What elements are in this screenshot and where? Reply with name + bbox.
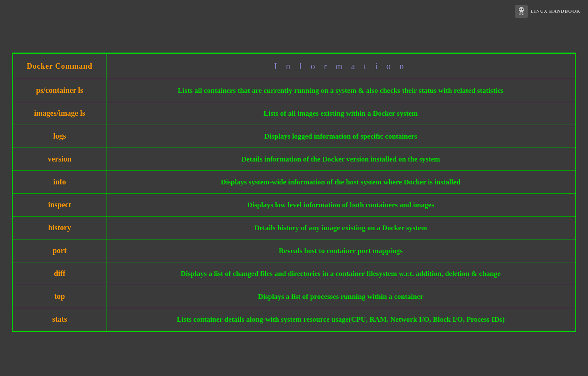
command-cell: images/image ls — [13, 102, 106, 125]
docker-commands-table: Docker Command I n f o r m a t i o n ps/… — [12, 53, 576, 332]
logo-text: LINUX HANDBOOK — [530, 8, 580, 14]
info-cell: Displays a list of processes running wit… — [106, 285, 575, 308]
command-cell: top — [13, 285, 106, 308]
logo: LINUX HANDBOOK — [515, 5, 580, 18]
info-cell: Displays system-wide information of the … — [106, 171, 575, 194]
command-cell: diff — [13, 262, 106, 285]
table-row: inspectDisplays low level information of… — [13, 194, 575, 217]
info-cell: Details information of the Docker versio… — [106, 148, 575, 171]
table-row: historyDetails history of any image exis… — [13, 217, 575, 240]
info-cell: Lists all containers that are currently … — [106, 79, 575, 102]
command-cell: port — [13, 240, 106, 262]
info-column-header: I n f o r m a t i o n — [106, 54, 575, 79]
info-cell: Details history of any image existing on… — [106, 217, 575, 240]
table-row: infoDisplays system-wide information of … — [13, 171, 575, 194]
linux-handbook-icon — [515, 5, 528, 18]
table-row: images/image lsLists of all images exist… — [13, 102, 575, 125]
table-row: statsLists container details along-with … — [13, 308, 575, 331]
svg-point-2 — [520, 8, 521, 10]
info-cell: Displays low level information of both c… — [106, 194, 575, 217]
info-cell: Lists container details along-with syste… — [106, 308, 575, 331]
table-row: portReveals host to container port mappi… — [13, 240, 575, 262]
command-cell: stats — [13, 308, 106, 331]
svg-point-3 — [522, 8, 524, 10]
table-row: logsDisplays logged information of speci… — [13, 125, 575, 148]
command-cell: inspect — [13, 194, 106, 217]
svg-rect-5 — [523, 14, 524, 16]
info-cell: Lists of all images existing within a Do… — [106, 102, 575, 125]
info-cell: Displays logged information of specific … — [106, 125, 575, 148]
command-cell: info — [13, 171, 106, 194]
info-cell: Displays a list of changed files and dir… — [106, 262, 575, 285]
table-row: topDisplays a list of processes running … — [13, 285, 575, 308]
command-cell: history — [13, 217, 106, 240]
svg-rect-4 — [520, 14, 521, 16]
table-header-row: Docker Command I n f o r m a t i o n — [13, 54, 575, 79]
table-row: diffDisplays a list of changed files and… — [13, 262, 575, 285]
table-row: versionDetails information of the Docker… — [13, 148, 575, 171]
info-cell: Reveals host to container port mappings — [106, 240, 575, 262]
command-cell: ps/container ls — [13, 79, 106, 102]
command-column-header: Docker Command — [13, 54, 106, 79]
command-cell: logs — [13, 125, 106, 148]
command-cell: version — [13, 148, 106, 171]
table-row: ps/container lsLists all containers that… — [13, 79, 575, 102]
